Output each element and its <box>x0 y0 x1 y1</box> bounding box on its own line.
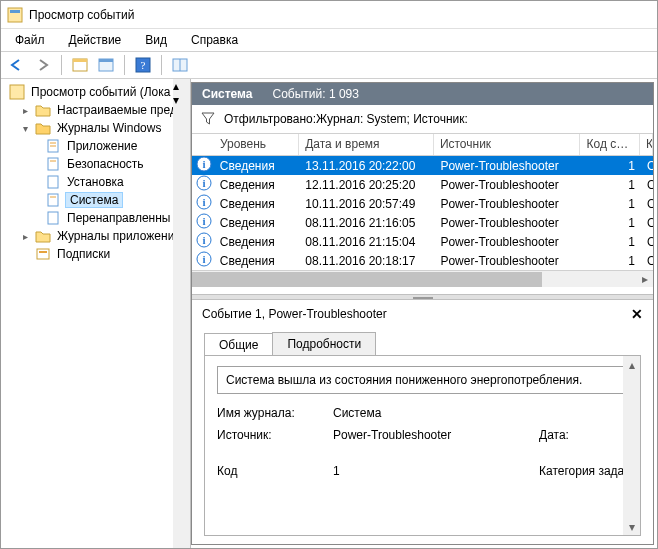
svg-rect-14 <box>48 158 58 170</box>
svg-text:?: ? <box>141 59 146 71</box>
col-code[interactable]: Код со... <box>580 134 640 155</box>
titlebar: Просмотр событий <box>1 1 657 29</box>
col-date[interactable]: Дата и время <box>299 134 434 155</box>
tree-root[interactable]: Просмотр событий (Лока <box>1 83 190 101</box>
tree-label: Установка <box>65 175 126 189</box>
scroll-thumb[interactable] <box>192 272 542 287</box>
tree-application[interactable]: Приложение <box>1 137 190 155</box>
tree-label: Подписки <box>55 247 112 261</box>
tree-windows-logs[interactable]: ▾ Журналы Windows <box>1 119 190 137</box>
svg-rect-20 <box>37 249 49 259</box>
window-title: Просмотр событий <box>29 8 134 22</box>
tree-system[interactable]: Система <box>1 191 190 209</box>
value-code: 1 <box>333 464 533 478</box>
detail-scrollbar[interactable]: ▴ ▾ <box>623 356 640 535</box>
collapse-icon[interactable]: ▾ <box>19 123 31 134</box>
menu-action[interactable]: Действие <box>59 31 132 49</box>
svg-text:i: i <box>202 215 205 227</box>
splitter-handle[interactable] <box>192 294 653 300</box>
tree-label: Перенаправленны <box>65 211 172 225</box>
tree-label: Журналы Windows <box>55 121 163 135</box>
filter-bar: Отфильтровано:Журнал: System; Источник: <box>192 105 653 134</box>
event-properties: Имя журнала: Система Источник: Power-Tro… <box>217 406 628 478</box>
svg-rect-19 <box>48 212 58 224</box>
svg-text:i: i <box>202 158 205 170</box>
log-icon <box>45 138 61 154</box>
tree-custom-views[interactable]: ▸ Настраиваемые предс <box>1 101 190 119</box>
folder-icon <box>35 102 51 118</box>
svg-rect-17 <box>48 194 58 206</box>
properties-button[interactable] <box>94 54 118 76</box>
info-icon: i <box>196 194 212 210</box>
menu-file[interactable]: Файл <box>5 31 55 49</box>
detail-tabs: Общие Подробности <box>192 328 653 355</box>
close-icon[interactable]: ✕ <box>631 306 643 322</box>
list-rows: iСведения13.11.2016 20:22:00Power-Troubl… <box>192 156 653 270</box>
event-row[interactable]: iСведения08.11.2016 21:16:05Power-Troubl… <box>192 213 653 232</box>
svg-text:i: i <box>202 253 205 265</box>
value-source: Power-Troubleshooter <box>333 428 533 456</box>
event-list: Уровень Дата и время Источник Код со... … <box>192 134 653 294</box>
svg-text:i: i <box>202 177 205 189</box>
scroll-right-icon[interactable]: ▸ <box>636 271 653 288</box>
hscrollbar[interactable]: ▸ <box>192 270 653 287</box>
label-log: Имя журнала: <box>217 406 327 420</box>
event-description: Система вышла из состояния пониженного э… <box>217 366 628 394</box>
tree-label: Журналы приложени <box>55 229 176 243</box>
scroll-down-icon[interactable]: ▾ <box>623 518 640 535</box>
expand-icon[interactable]: ▸ <box>19 105 31 116</box>
scroll-up-icon[interactable]: ▴ <box>173 79 190 93</box>
help-button[interactable]: ? <box>131 54 155 76</box>
tree-security[interactable]: Безопасность <box>1 155 190 173</box>
expand-icon[interactable]: ▸ <box>19 231 31 242</box>
panel-title: Система <box>202 87 253 101</box>
scroll-up-icon[interactable]: ▴ <box>623 356 640 373</box>
tree-pane: Просмотр событий (Лока ▸ Настраиваемые п… <box>1 79 191 548</box>
subscriptions-icon <box>35 246 51 262</box>
eventviewer-icon <box>9 84 25 100</box>
event-row[interactable]: iСведения13.11.2016 20:22:00Power-Troubl… <box>192 156 653 175</box>
col-category[interactable]: Кат <box>640 134 653 155</box>
tree-subscriptions[interactable]: Подписки <box>1 245 190 263</box>
tree-label: Система <box>65 192 123 208</box>
app-icon <box>7 7 23 23</box>
folder-open-icon <box>35 120 51 136</box>
event-row[interactable]: iСведения08.11.2016 20:18:17Power-Troubl… <box>192 251 653 270</box>
tree-forwarded[interactable]: Перенаправленны <box>1 209 190 227</box>
label-source: Источник: <box>217 428 327 456</box>
list-header: Уровень Дата и время Источник Код со... … <box>192 134 653 156</box>
log-icon <box>45 156 61 172</box>
scroll-down-icon[interactable]: ▾ <box>173 93 190 107</box>
main-area: Просмотр событий (Лока ▸ Настраиваемые п… <box>1 79 657 548</box>
panel-header: Система Событий: 1 093 <box>192 83 653 105</box>
svg-rect-1 <box>10 10 20 13</box>
tree-app-logs[interactable]: ▸ Журналы приложени <box>1 227 190 245</box>
value-log: Система <box>333 406 533 420</box>
col-source[interactable]: Источник <box>434 134 581 155</box>
log-icon <box>45 210 61 226</box>
menu-view[interactable]: Вид <box>135 31 177 49</box>
content-pane: Система Событий: 1 093 Отфильтровано:Жур… <box>191 82 654 545</box>
event-row[interactable]: iСведения08.11.2016 21:15:04Power-Troubl… <box>192 232 653 251</box>
tree-scrollbar[interactable]: ▴ ▾ <box>173 79 190 548</box>
tab-general[interactable]: Общие <box>204 333 273 356</box>
tree-label: Безопасность <box>65 157 146 171</box>
tree-label: Настраиваемые предс <box>55 103 185 117</box>
event-row[interactable]: iСведения10.11.2016 20:57:49Power-Troubl… <box>192 194 653 213</box>
nav-forward-button[interactable] <box>31 54 55 76</box>
event-row[interactable]: iСведения12.11.2016 20:25:20Power-Troubl… <box>192 175 653 194</box>
info-icon: i <box>196 251 212 267</box>
svg-text:i: i <box>202 234 205 246</box>
tree-label: Приложение <box>65 139 139 153</box>
tab-details[interactable]: Подробности <box>272 332 376 355</box>
detail-header: Событие 1, Power-Troubleshooter ✕ <box>192 300 653 328</box>
col-level[interactable]: Уровень <box>214 134 299 155</box>
tab-body: Система вышла из состояния пониженного э… <box>204 355 641 536</box>
nav-back-button[interactable] <box>5 54 29 76</box>
tree-setup[interactable]: Установка <box>1 173 190 191</box>
svg-text:i: i <box>202 196 205 208</box>
funnel-icon <box>200 111 216 127</box>
menu-help[interactable]: Справка <box>181 31 248 49</box>
layout-button[interactable] <box>168 54 192 76</box>
show-hide-tree-button[interactable] <box>68 54 92 76</box>
